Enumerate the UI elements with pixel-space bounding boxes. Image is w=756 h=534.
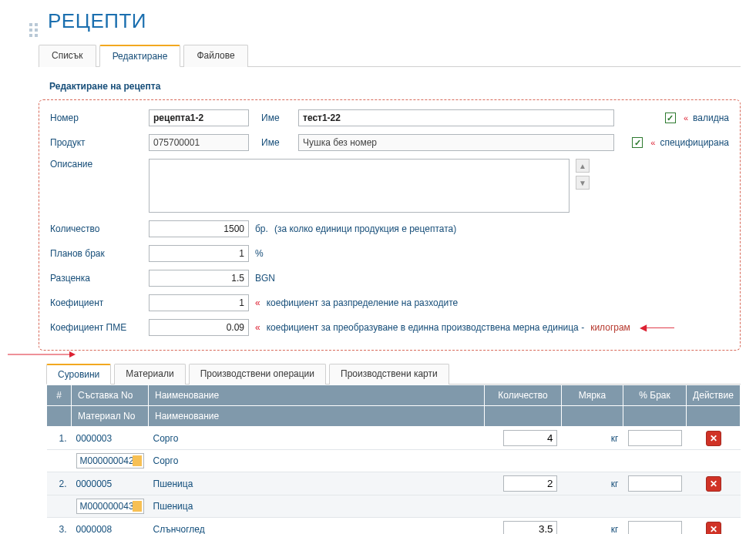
- product-name-input[interactable]: [298, 134, 614, 151]
- scroll-up-icon[interactable]: ▲: [576, 159, 590, 173]
- tab-edit[interactable]: Редактиране: [99, 45, 181, 67]
- subtab-materials[interactable]: Материали: [114, 364, 185, 385]
- material-name-link[interactable]: Пшеница: [153, 501, 193, 512]
- recipe-name-input[interactable]: [298, 109, 614, 126]
- quantity-input[interactable]: [149, 220, 249, 237]
- scrap-input[interactable]: [628, 475, 682, 492]
- quantity-unit: бр.: [255, 223, 268, 234]
- component-link[interactable]: 0000003: [76, 433, 113, 444]
- th-scrap: % Брак: [623, 385, 687, 406]
- section-title: Редактиране на рецепта: [49, 81, 741, 92]
- table-subrow: M000000043Пшеница: [47, 495, 741, 518]
- th-action: Действие: [687, 385, 741, 406]
- pme-input[interactable]: [149, 319, 249, 336]
- quantity-hint: (за колко единици продукция е рецептата): [274, 223, 456, 234]
- scrap-input[interactable]: [149, 245, 249, 262]
- label-quantity: Количество: [50, 223, 143, 234]
- table-row: 1.0000003Соргокг✕: [47, 427, 741, 450]
- subtab-ops[interactable]: Производствени операции: [189, 364, 326, 385]
- recipe-number-input[interactable]: [149, 109, 249, 126]
- component-name-link[interactable]: Сорго: [153, 433, 179, 444]
- row-index: 2.: [47, 472, 72, 495]
- chev-icon-spec: «: [650, 138, 655, 147]
- scrap-unit: %: [255, 248, 264, 259]
- delete-button[interactable]: ✕: [706, 476, 721, 492]
- main-tabs: Списък Редактиране Файлове Редактиране н…: [39, 44, 741, 534]
- label-scrap: Планов брак: [50, 248, 143, 259]
- subtab-raw[interactable]: Суровини: [46, 364, 111, 385]
- row-index: 1.: [47, 427, 72, 450]
- pme-unit: килограм: [590, 322, 630, 333]
- scrap-input[interactable]: [628, 521, 682, 534]
- svg-marker-1: [69, 351, 76, 358]
- delete-button[interactable]: ✕: [706, 522, 721, 535]
- unit-cell: кг: [562, 472, 623, 495]
- coef-input[interactable]: [149, 294, 249, 311]
- component-name-link[interactable]: Слънчоглед: [153, 524, 205, 535]
- material-name-link[interactable]: Сорго: [153, 455, 179, 466]
- chev-icon-pme: «: [255, 322, 260, 333]
- row-index: 3.: [47, 518, 72, 535]
- label-number: Номер: [50, 113, 143, 123]
- label-product: Продукт: [50, 137, 143, 148]
- arrow-left-icon: [8, 349, 77, 360]
- scrap-input[interactable]: [628, 430, 682, 446]
- th-name2: Наименование: [149, 406, 485, 427]
- label-name-2: Име: [261, 137, 292, 148]
- label-coef: Коефициент: [50, 297, 143, 308]
- component-link[interactable]: 0000005: [76, 479, 113, 489]
- th-compno: Съставка No: [72, 385, 149, 406]
- table-row: 3.0000008Слънчогледкг✕: [47, 518, 741, 535]
- scroll-down-icon[interactable]: ▼: [576, 176, 590, 190]
- checkbox-valid[interactable]: [665, 113, 676, 123]
- label-pme: Коефициент ПМЕ: [50, 322, 143, 333]
- unit-cell: кг: [562, 427, 623, 450]
- label-valid: валидна: [693, 113, 729, 123]
- th-name: Наименование: [149, 385, 485, 406]
- th-unit: Мярка: [562, 385, 623, 406]
- page-title: РЕЦЕПТИ: [48, 9, 741, 33]
- tab-files[interactable]: Файлове: [183, 45, 247, 67]
- delete-button[interactable]: ✕: [706, 431, 721, 446]
- tab-list[interactable]: Списък: [39, 45, 96, 67]
- th-qty: Количество: [485, 385, 562, 406]
- checkbox-specified[interactable]: [632, 137, 643, 148]
- subtab-cards[interactable]: Производствени карти: [329, 364, 449, 385]
- drag-handle: [29, 23, 39, 40]
- description-textarea[interactable]: [149, 159, 570, 213]
- subtabs: Суровини Материали Производствени операц…: [46, 363, 741, 534]
- label-rate: Разценка: [50, 273, 143, 284]
- material-code-picker[interactable]: M000000042: [76, 453, 144, 469]
- product-code-input[interactable]: [149, 134, 249, 151]
- label-specified: специфицирана: [660, 137, 729, 148]
- qty-input[interactable]: [503, 430, 557, 446]
- label-name-1: Име: [261, 113, 292, 123]
- form-area: Номер Име « валидна Продукт Име « сп: [39, 99, 741, 351]
- arrow-right-icon: ◀———: [640, 322, 674, 333]
- table-row: 2.0000005Пшеницакг✕: [47, 472, 741, 495]
- rate-unit: BGN: [255, 273, 275, 284]
- label-description: Описание: [50, 159, 143, 170]
- component-name-link[interactable]: Пшеница: [153, 479, 193, 489]
- chev-icon-coef: «: [255, 297, 260, 308]
- chev-icon-valid: «: [684, 113, 688, 123]
- th-matno: Материал No: [72, 406, 149, 427]
- table-subrow: M000000042Сорго: [47, 450, 741, 472]
- qty-input[interactable]: [503, 521, 557, 534]
- pme-hint: коефициент за преобразуване в единна про…: [267, 322, 584, 333]
- ingredients-table: # Съставка No Наименование Количество Мя…: [46, 385, 741, 534]
- material-code-picker[interactable]: M000000043: [76, 499, 144, 514]
- rate-input[interactable]: [149, 270, 249, 287]
- coef-hint: коефициент за разпределение на разходите: [267, 297, 458, 308]
- component-link[interactable]: 0000008: [76, 524, 113, 535]
- unit-cell: кг: [562, 518, 623, 535]
- th-idx: #: [47, 385, 72, 406]
- qty-input[interactable]: [503, 475, 557, 492]
